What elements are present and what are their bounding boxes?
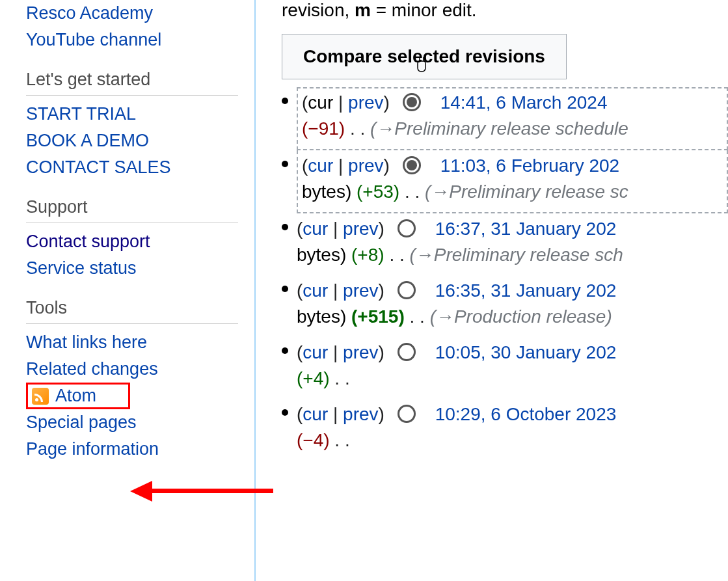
sidebar-heading: Tools <box>26 298 238 324</box>
cur-link[interactable]: cur <box>303 280 328 301</box>
sidebar-section-support: Support Contact support Service status <box>26 197 238 282</box>
prev-link[interactable]: prev <box>343 219 378 239</box>
revision-timestamp-link[interactable]: 16:35, 31 January 202 <box>435 280 617 301</box>
sidebar-link-atom-highlighted[interactable]: Atom <box>26 383 130 409</box>
sidebar-link-contact-support[interactable]: Contact support <box>26 228 238 255</box>
bullet-icon <box>282 347 288 354</box>
bytes-label: bytes) <box>302 182 351 202</box>
bullet-icon <box>282 161 288 167</box>
edit-comment: (Preliminary release schedule <box>370 118 628 139</box>
cur-text: cur <box>308 92 333 113</box>
revision-timestamp-link[interactable]: 16:37, 31 January 202 <box>435 219 617 239</box>
size-change: (+8) <box>351 245 384 265</box>
bullet-icon <box>282 286 288 292</box>
revision-item: (cur | prev) 10:29, 6 October 2023(−4) .… <box>282 399 728 461</box>
revision-item: (cur | prev) 10:05, 30 January 202(+4) .… <box>282 337 728 399</box>
cur-link[interactable]: cur <box>303 404 328 424</box>
sidebar-link-special-pages[interactable]: Special pages <box>26 409 238 436</box>
size-change: (+515) <box>351 306 405 327</box>
revision-body: (cur | prev) 11:03, 6 February 202bytes)… <box>297 150 728 213</box>
content-area: revision, m = minor edit. Compare select… <box>256 0 728 581</box>
bytes-label: bytes) <box>297 245 346 265</box>
sidebar-link-what-links-here[interactable]: What links here <box>26 329 238 356</box>
revision-body: (cur | prev) 16:35, 31 January 202bytes)… <box>297 275 728 337</box>
sidebar-link-atom[interactable]: Atom <box>55 386 96 406</box>
sidebar-link-book-demo[interactable]: BOOK A DEMO <box>26 128 238 154</box>
edit-comment: (Production release) <box>430 306 612 327</box>
prev-link[interactable]: prev <box>348 155 383 176</box>
revision-list: (cur | prev) 14:41, 6 March 2024(−91) . … <box>282 87 728 461</box>
sidebar-link-resco-academy[interactable]: Resco Academy <box>26 0 238 27</box>
revision-item: (cur | prev) 14:41, 6 March 2024(−91) . … <box>282 87 728 150</box>
sidebar-link-contact-sales[interactable]: CONTACT SALES <box>26 154 238 181</box>
sidebar-section-get-started: Let's get started START TRIAL BOOK A DEM… <box>26 70 238 181</box>
separator-dots: . . <box>334 368 349 388</box>
revision-body: (cur | prev) 10:29, 6 October 2023(−4) .… <box>297 399 728 461</box>
cur-link[interactable]: cur <box>303 219 328 239</box>
revision-body: (cur | prev) 10:05, 30 January 202(+4) .… <box>297 337 728 399</box>
bullet-icon <box>282 98 288 104</box>
bullet-icon <box>282 409 288 416</box>
revision-radio[interactable] <box>398 281 416 299</box>
sidebar-heading: Let's get started <box>26 70 238 96</box>
compare-revisions-button[interactable]: Compare selected revisions <box>282 34 567 79</box>
separator-dots: . . <box>410 306 425 327</box>
legend-text: revision, m = minor edit. <box>282 0 728 21</box>
cur-link[interactable]: cur <box>308 155 333 176</box>
revision-item: (cur | prev) 16:35, 31 January 202bytes)… <box>282 275 728 337</box>
revision-item: (cur | prev) 11:03, 6 February 202bytes)… <box>282 150 728 213</box>
separator-dots: . . <box>405 182 420 202</box>
prev-link[interactable]: prev <box>343 280 378 301</box>
revision-radio[interactable] <box>398 405 416 423</box>
revision-radio[interactable] <box>403 156 421 174</box>
revision-timestamp-link[interactable]: 10:05, 30 January 202 <box>435 342 617 362</box>
revision-timestamp-link[interactable]: 10:29, 6 October 2023 <box>435 404 617 424</box>
sidebar-section-tools: Tools What links here Related changes At… <box>26 298 238 463</box>
sidebar-link-service-status[interactable]: Service status <box>26 255 238 282</box>
size-change: (+53) <box>357 182 399 202</box>
bullet-icon <box>282 224 288 230</box>
prev-link[interactable]: prev <box>343 342 378 362</box>
revision-timestamp-link[interactable]: 14:41, 6 March 2024 <box>440 92 608 113</box>
rss-icon <box>32 388 49 405</box>
sidebar-link-related-changes[interactable]: Related changes <box>26 356 238 383</box>
bytes-label: bytes) <box>297 306 346 327</box>
revision-body: (cur | prev) 16:37, 31 January 202bytes)… <box>297 213 728 275</box>
separator-dots: . . <box>350 118 365 139</box>
revision-radio[interactable] <box>403 93 421 111</box>
prev-link[interactable]: prev <box>343 404 378 424</box>
cur-link[interactable]: cur <box>303 342 328 362</box>
revision-item: (cur | prev) 16:37, 31 January 202bytes)… <box>282 213 728 275</box>
sidebar-link-youtube[interactable]: YouTube channel <box>26 27 238 53</box>
size-change: (−4) <box>297 430 330 450</box>
separator-dots: . . <box>334 430 349 450</box>
sidebar-heading: Support <box>26 197 238 223</box>
edit-comment: (Preliminary release sc <box>425 182 628 202</box>
prev-link[interactable]: prev <box>348 92 383 113</box>
revision-body: (cur | prev) 14:41, 6 March 2024(−91) . … <box>297 87 728 150</box>
edit-comment: (Preliminary release sch <box>410 245 623 265</box>
separator-dots: . . <box>389 245 404 265</box>
revision-radio[interactable] <box>398 219 416 237</box>
revision-radio[interactable] <box>398 343 416 361</box>
size-change: (−91) <box>302 118 345 139</box>
sidebar-link-start-trial[interactable]: START TRIAL <box>26 101 238 128</box>
sidebar: Resco Academy YouTube channel Let's get … <box>0 0 256 581</box>
sidebar-link-page-information[interactable]: Page information <box>26 436 238 463</box>
size-change: (+4) <box>297 368 330 388</box>
revision-timestamp-link[interactable]: 11:03, 6 February 202 <box>440 155 620 176</box>
